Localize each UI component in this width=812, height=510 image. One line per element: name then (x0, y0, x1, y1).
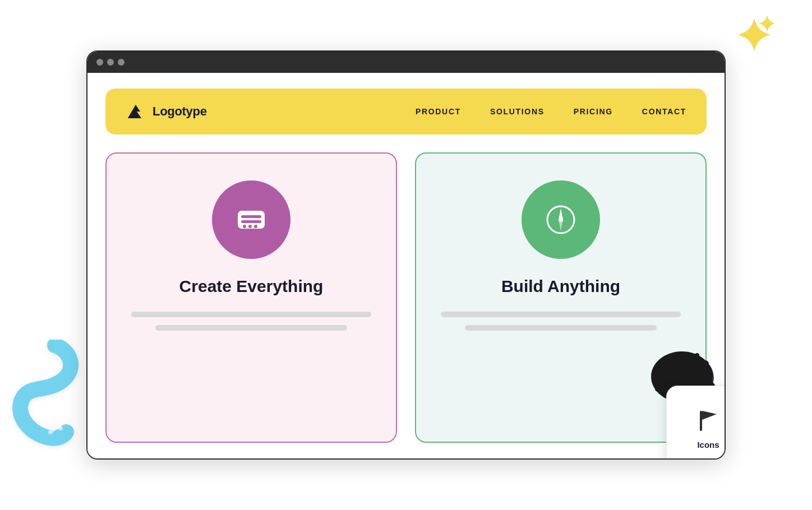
card-create-title: Create Everything (179, 277, 324, 296)
svg-point-17 (669, 355, 675, 361)
navbar-links: PRODUCT SOLUTIONS PRICING CONTACT (416, 107, 686, 116)
svg-point-12 (656, 362, 665, 371)
icons-widget: Icons (666, 386, 726, 460)
browser-dot-2 (107, 59, 114, 66)
logo-text: Logotype (153, 104, 207, 119)
card-build-line-2 (465, 325, 657, 331)
browser-titlebar (87, 52, 725, 73)
nav-link-pricing[interactable]: PRICING (574, 107, 613, 116)
cards-row: Create Everything Build Anything (105, 152, 707, 443)
svg-rect-1 (241, 215, 261, 218)
card-build-line-1 (441, 312, 681, 317)
svg-point-4 (248, 225, 252, 228)
browser-dot-3 (118, 59, 124, 66)
nav-link-solutions[interactable]: SOLUTIONS (490, 107, 545, 116)
svg-rect-2 (241, 220, 261, 223)
browser-window: Logotype PRODUCT SOLUTIONS PRICING CONTA… (86, 50, 726, 460)
browser-dot-1 (96, 59, 103, 66)
navbar: Logotype PRODUCT SOLUTIONS PRICING CONTA… (105, 89, 707, 135)
svg-point-15 (655, 386, 661, 392)
card-build-title: Build Anything (501, 277, 620, 296)
logo-icon (126, 101, 146, 122)
compass-icon (542, 201, 580, 239)
card-build: Build Anything (415, 152, 707, 443)
deco-stars-top-right (723, 12, 774, 65)
card-create: Create Everything (105, 152, 397, 443)
svg-point-9 (559, 217, 563, 222)
icons-widget-label: Icons (697, 440, 719, 449)
navbar-logo: Logotype (126, 101, 207, 122)
browser-content: Logotype PRODUCT SOLUTIONS PRICING CONTA… (87, 73, 725, 458)
card-create-line-1 (131, 312, 371, 317)
deco-blue-squiggle (10, 340, 83, 454)
card-create-line-2 (155, 325, 347, 331)
flag-icon (694, 406, 722, 434)
card-build-icon-circle (522, 180, 600, 259)
svg-point-18 (695, 353, 699, 358)
nav-link-product[interactable]: PRODUCT (416, 107, 461, 116)
card-create-icon-circle (212, 180, 290, 259)
svg-point-3 (243, 225, 246, 228)
storage-icon (232, 201, 270, 239)
svg-point-13 (702, 360, 709, 367)
nav-link-contact[interactable]: CONTACT (642, 107, 686, 116)
svg-point-5 (254, 225, 257, 228)
svg-rect-19 (700, 411, 702, 431)
